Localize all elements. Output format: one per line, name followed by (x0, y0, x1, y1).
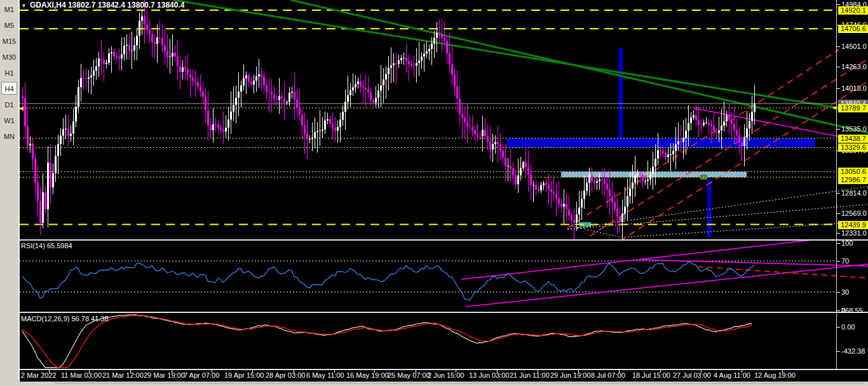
price-axis-label: 14263.0 (841, 63, 867, 71)
rsi-axis-label-tick (837, 243, 840, 244)
price-axis-label: 12331.0 (841, 229, 867, 237)
date-axis-tick (130, 370, 131, 373)
price-axis-label: 12814.0 (841, 189, 867, 197)
mt4-chart-window: ▼GDAXI,H4 13802.7 13842.4 13800.7 13840.… (0, 0, 868, 386)
date-axis-label: 25 May 07:00 (388, 371, 430, 379)
timeframe-button-h1[interactable]: H1 (1, 66, 17, 79)
date-axis-label: 29 Jun 19:00 (550, 371, 591, 379)
price-axis-tick (837, 129, 840, 130)
date-axis-label: 29 Mar 19:00 (144, 371, 185, 379)
toolbar-edge (18, 0, 20, 386)
separator-price-axis (836, 0, 837, 369)
macd-axis-label-tick (837, 310, 840, 311)
date-axis-label: 13 Jun 03:00 (469, 371, 510, 379)
date-axis-tick (49, 370, 50, 373)
rsi-axis-label: 30 (841, 288, 849, 296)
price-axis-tick (837, 46, 840, 47)
price-axis-label: 13535.0 (841, 125, 867, 133)
date-axis-tick (701, 370, 702, 373)
date-axis-tick (619, 370, 620, 373)
date-axis-tick (660, 370, 661, 373)
date-axis-label: 27 Jul 03:00 (673, 371, 711, 379)
macd-axis-label-tick (837, 327, 840, 328)
timeframe-button-w1[interactable]: W1 (1, 114, 17, 126)
date-axis-tick (416, 370, 416, 373)
timeframe-button-m1[interactable]: M1 (1, 3, 17, 15)
timeframe-toolbar: M1M5M15M30H1H4D1W1MN (0, 0, 18, 386)
date-axis-label: 4 Aug 11:00 (714, 371, 750, 379)
price-axis-label: 14501.0 (841, 43, 867, 51)
macd-axis-label: -432.38 (841, 347, 865, 356)
window-bottom-bar (0, 382, 868, 386)
yellow-price-label: 13789.7 (838, 104, 868, 112)
yellow-price-label: 12986.7 (838, 176, 868, 184)
price-axis-label: 12569.0 (841, 210, 867, 218)
date-axis-label: 12 Aug 19:00 (754, 371, 796, 379)
timeframe-button-m5[interactable]: M5 (1, 18, 17, 31)
rsi-axis-label: 100 (841, 239, 853, 248)
date-axis-label: 16 May 19:00 (346, 371, 389, 379)
price-axis-tick (837, 233, 840, 234)
date-axis-tick (212, 370, 212, 373)
macd-axis-label: 268.55 (841, 307, 863, 315)
timeframe-button-m15[interactable]: M15 (1, 34, 17, 47)
date-axis-label: 21 Jun 11:00 (510, 371, 550, 379)
date-axis-label: 8 Jul 07:00 (591, 371, 625, 379)
date-axis-tick (294, 370, 294, 373)
date-axis-tick (578, 370, 579, 373)
date-axis-tick (252, 370, 253, 373)
date-axis-tick (538, 370, 538, 373)
price-axis-tick (837, 4, 840, 5)
price-axis-tick (837, 213, 840, 214)
date-axis-label: 6 May 11:00 (306, 371, 344, 379)
yellow-price-label: 12439.9 (838, 221, 868, 229)
date-axis-label: 2 Mar 2022 (21, 371, 57, 379)
date-axis-tick (497, 370, 498, 373)
yellow-price-label: 14920.1 (838, 6, 868, 15)
rsi-axis-label: 70 (841, 257, 849, 265)
date-axis-tick (782, 370, 783, 373)
timeframe-button-mn[interactable]: MN (1, 130, 17, 142)
date-axis-label: 19 Apr 15:00 (224, 371, 264, 379)
yellow-price-label: 14706.6 (838, 25, 868, 33)
timeframe-button-m30[interactable]: M30 (1, 50, 17, 63)
yellow-price-label: 13050.6 (838, 168, 868, 176)
date-axis-tick (89, 370, 90, 373)
price-axis-label: 14018.0 (841, 84, 867, 93)
date-axis-tick (374, 370, 375, 373)
yellow-price-label: 13438.7 (838, 135, 868, 143)
date-axis-label: 2 Jun 15:00 (428, 371, 465, 379)
date-axis-label: 21 Mar 12:00 (102, 371, 144, 379)
date-axis-label: 7 Apr 07:00 (184, 371, 219, 379)
date-axis-label: 18 Jul 15:00 (632, 371, 670, 379)
macd-axis-label-tick (837, 351, 840, 352)
price-axis-tick (837, 67, 840, 67)
chart-area[interactable] (20, 0, 836, 370)
date-axis-tick (456, 370, 456, 373)
bottom-groove (54, 383, 864, 383)
yellow-price-label: 13329.6 (838, 143, 868, 152)
date-axis-tick (334, 370, 335, 373)
date-axis-label: 28 Apr 03:00 (266, 371, 305, 379)
rsi-axis-label-tick (837, 261, 840, 262)
date-axis-tick (172, 370, 172, 373)
macd-axis-label: 0.00 (841, 323, 855, 331)
rsi-axis-label-tick (837, 292, 840, 293)
date-axis-label: 11 Mar 03:00 (61, 371, 102, 379)
price-axis-tick (837, 193, 840, 194)
price-axis-tick (837, 88, 840, 89)
timeframe-button-h4[interactable]: H4 (1, 82, 17, 95)
timeframe-button-d1[interactable]: D1 (1, 98, 17, 110)
date-axis-tick (742, 370, 742, 373)
